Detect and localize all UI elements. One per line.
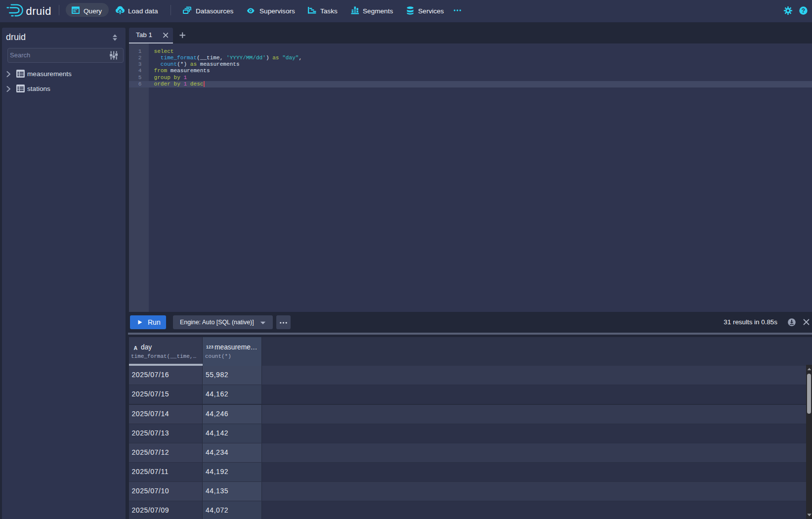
- svg-text:?: ?: [802, 7, 805, 14]
